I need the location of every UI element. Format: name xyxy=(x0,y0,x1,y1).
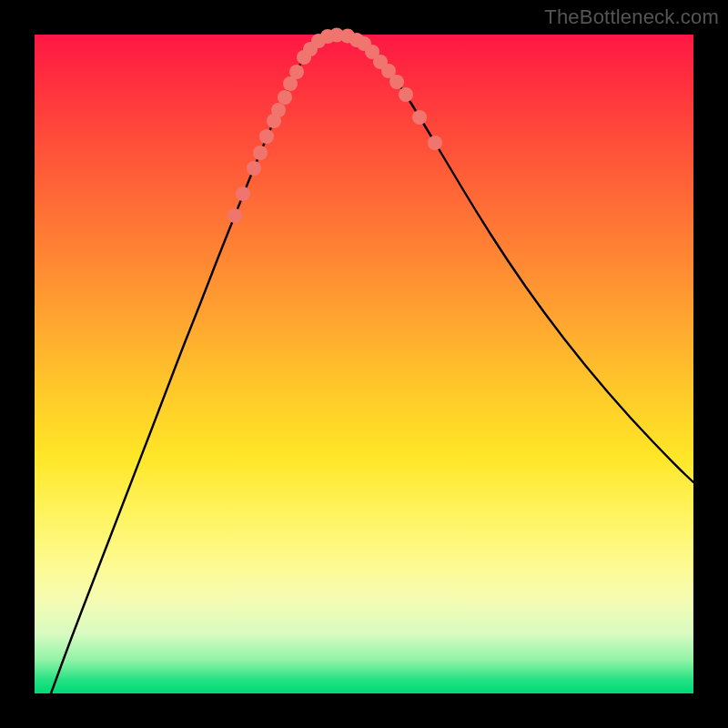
data-point-marker xyxy=(289,65,304,79)
watermark-label: TheBottleneck.com xyxy=(544,5,719,29)
data-point-marker xyxy=(389,75,404,89)
data-point-marker xyxy=(428,136,442,150)
plot-area xyxy=(35,35,693,693)
data-point-marker xyxy=(247,161,261,176)
data-point-marker xyxy=(278,90,292,105)
data-point-marker xyxy=(253,146,268,160)
data-point-marker xyxy=(412,110,427,125)
data-point-marker xyxy=(228,208,242,223)
data-point-marker xyxy=(259,129,274,144)
data-point-marker xyxy=(271,103,286,117)
data-points-group xyxy=(228,28,442,224)
data-point-marker xyxy=(399,87,413,102)
bottleneck-curve xyxy=(51,35,693,693)
data-point-marker xyxy=(236,187,250,201)
chart-frame: TheBottleneck.com xyxy=(0,0,728,728)
curve-layer xyxy=(35,35,693,693)
